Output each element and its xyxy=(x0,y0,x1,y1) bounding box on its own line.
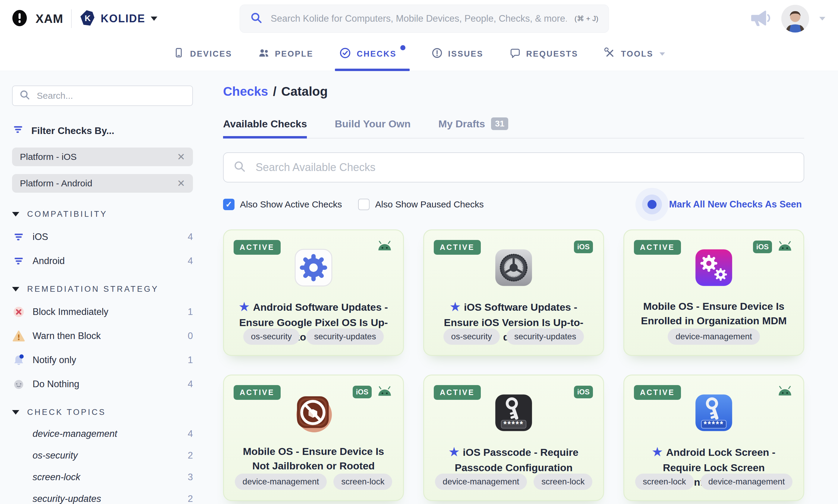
main-panel: Checks / Catalog Available ChecksBuild Y… xyxy=(199,71,838,504)
kolide-brand-menu[interactable]: K KOLIDE xyxy=(80,10,157,28)
chevron-down-icon xyxy=(151,17,157,21)
sidebar-item-count: 4 xyxy=(188,379,193,390)
android-icon xyxy=(777,241,793,253)
platform-icons xyxy=(777,386,793,398)
sidebar-search-placeholder: Search... xyxy=(37,91,73,101)
drafts-count-badge: 31 xyxy=(491,118,508,130)
tab-my-drafts[interactable]: My Drafts31 xyxy=(438,118,508,138)
section-header-check-topics[interactable]: CHECK TOPICS xyxy=(12,408,193,417)
nav-tab-people[interactable]: PEOPLE xyxy=(258,37,313,71)
mark-all-new-checks-link[interactable]: Mark All New Checks As Seen xyxy=(648,199,805,210)
remove-filter-icon[interactable]: ✕ xyxy=(177,179,185,188)
nav-tab-requests[interactable]: REQUESTS xyxy=(510,37,579,71)
ios-badge: iOS xyxy=(574,386,593,398)
avatar[interactable] xyxy=(781,5,809,33)
breadcrumb: Checks / Catalog xyxy=(223,84,804,99)
sidebar-item-count: 3 xyxy=(188,472,193,483)
favorite-star-icon: ★ xyxy=(239,301,249,313)
global-search-input[interactable]: Search Kolide for Computers, Mobile Devi… xyxy=(240,4,609,33)
check-card[interactable]: ACTIVEiOSMobile OS - Ensure Device Is No… xyxy=(223,375,404,501)
nav-tab-label: DEVICES xyxy=(190,49,232,59)
section-title: COMPATIBILITY xyxy=(27,210,108,219)
check-icon-android-gear xyxy=(294,248,334,288)
sidebar-item-do-nothing[interactable]: Do Nothing4 xyxy=(12,378,193,391)
sidebar-item-count: 2 xyxy=(188,493,193,504)
sidebar-item-count: 0 xyxy=(188,330,193,341)
topic-tag-device-management[interactable]: device-management xyxy=(235,473,327,490)
checks-card-grid: ACTIVE★Android Software Updates - Ensure… xyxy=(223,230,804,501)
topic-tag-screen-lock[interactable]: screen-lock xyxy=(533,473,592,490)
nav-tab-label: CHECKS xyxy=(357,49,396,59)
filter-chip-platform-ios[interactable]: Platform - iOS✕ xyxy=(12,147,193,166)
topic-tag-os-security[interactable]: os-security xyxy=(443,328,500,345)
sidebar-item-os-security[interactable]: os-security2 xyxy=(12,450,193,461)
remove-filter-icon[interactable]: ✕ xyxy=(177,152,185,162)
check-card-tags: os-securitysecurity-updates xyxy=(424,328,603,345)
sidebar-item-block-immediately[interactable]: Block Immediately1 xyxy=(12,305,193,319)
sidebar-item-ios[interactable]: iOS4 xyxy=(12,230,193,244)
topic-tag-device-management[interactable]: device-management xyxy=(435,473,527,490)
breadcrumb-checks-link[interactable]: Checks xyxy=(223,84,268,99)
brand-area: XAM K KOLIDE xyxy=(0,9,157,28)
topic-tag-screen-lock[interactable]: screen-lock xyxy=(334,473,392,490)
sidebar-item-label: security-updates xyxy=(33,493,101,504)
android-icon xyxy=(777,386,793,398)
filter-chip-label: Platform - iOS xyxy=(20,152,76,162)
breadcrumb-current: Catalog xyxy=(281,84,328,99)
check-card[interactable]: ACTIVE*****★Android Lock Screen - Requir… xyxy=(623,375,804,501)
check-card[interactable]: ACTIVEiOS★iOS Software Updates - Ensure … xyxy=(423,230,604,356)
sidebar-item-notify-only[interactable]: Notify only1 xyxy=(12,354,193,367)
nav-tab-devices[interactable]: DEVICES xyxy=(173,37,232,71)
topic-tag-security-updates[interactable]: security-updates xyxy=(507,328,584,345)
nav-tab-tools[interactable]: TOOLS xyxy=(604,37,665,71)
devices-icon xyxy=(173,47,185,61)
filter-title-label: Filter Checks By... xyxy=(31,125,114,137)
sidebar-item-screen-lock[interactable]: screen-lock3 xyxy=(12,472,193,483)
nav-tab-checks[interactable]: CHECKS xyxy=(339,37,405,71)
filter-icon xyxy=(12,230,25,244)
sidebar-item-warn-then-block[interactable]: Warn then Block0 xyxy=(12,329,193,343)
sidebar-item-label: os-security xyxy=(33,450,78,461)
checkbox-checked-icon[interactable]: ✓ xyxy=(223,199,235,210)
svg-text:K: K xyxy=(85,14,91,23)
checkbox-also-show-active-checks[interactable]: ✓Also Show Active Checks xyxy=(223,199,342,210)
sidebar-item-count: 4 xyxy=(188,428,193,439)
svg-text:*****: ***** xyxy=(704,420,724,429)
tab-label: Build Your Own xyxy=(335,118,411,130)
collapse-caret-icon xyxy=(12,212,19,216)
check-card[interactable]: ACTIVEiOSMobile OS - Ensure Device Is En… xyxy=(623,230,804,356)
sidebar-item-security-updates[interactable]: security-updates2 xyxy=(12,493,193,504)
account-menu-caret[interactable] xyxy=(819,17,825,20)
section-compatibility: COMPATIBILITYiOS4Android4 xyxy=(12,210,193,268)
sidebar-item-android[interactable]: Android4 xyxy=(12,254,193,268)
topic-tag-os-security[interactable]: os-security xyxy=(243,328,300,345)
section-header-remediation-strategy[interactable]: REMEDIATION STRATEGY xyxy=(12,285,193,294)
active-status-badge: ACTIVE xyxy=(234,240,281,255)
check-card-tags: device-managementscreen-lock xyxy=(424,473,603,490)
search-icon xyxy=(19,89,31,102)
primary-nav: DEVICESPEOPLECHECKSISSUESREQUESTSTOOLS xyxy=(0,37,838,71)
available-checks-search-input[interactable]: Search Available Checks xyxy=(223,152,804,182)
nav-tab-issues[interactable]: ISSUES xyxy=(431,37,483,71)
nothing-icon xyxy=(12,378,25,391)
filter-icon xyxy=(12,123,24,138)
topic-tag-device-management[interactable]: device-management xyxy=(701,473,793,490)
topic-tag-screen-lock[interactable]: screen-lock xyxy=(635,473,694,490)
filter-chip-platform-android[interactable]: Platform - Android✕ xyxy=(12,174,193,193)
topic-tag-security-updates[interactable]: security-updates xyxy=(306,328,384,345)
announcements-icon[interactable] xyxy=(749,9,771,28)
tab-available-checks[interactable]: Available Checks xyxy=(223,118,307,138)
check-card[interactable]: ACTIVEiOS*****★iOS Passcode - Require Pa… xyxy=(423,375,604,501)
org-name: XAM xyxy=(36,12,63,25)
sidebar-item-label: Android xyxy=(33,256,65,267)
topic-tag-device-management[interactable]: device-management xyxy=(668,328,760,345)
section-header-compatibility[interactable]: COMPATIBILITY xyxy=(12,210,193,219)
sidebar-item-device-management[interactable]: device-management4 xyxy=(12,428,193,439)
checkbox-unchecked-icon[interactable] xyxy=(358,199,370,210)
check-card[interactable]: ACTIVE★Android Software Updates - Ensure… xyxy=(223,230,404,356)
checkbox-also-show-paused-checks[interactable]: Also Show Paused Checks xyxy=(358,199,483,210)
tab-build-your-own[interactable]: Build Your Own xyxy=(335,118,411,138)
sidebar-search-input[interactable]: Search... xyxy=(12,86,193,106)
search-shortcut-hint: (⌘ + J) xyxy=(575,15,598,23)
check-card-title: Mobile OS - Ensure Device Is Enrolled in… xyxy=(629,299,798,328)
